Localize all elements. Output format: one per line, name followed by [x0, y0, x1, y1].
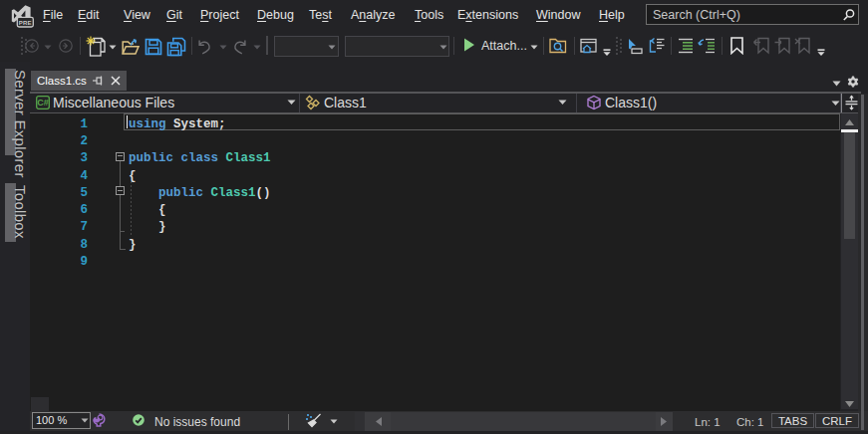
svg-text:PRE: PRE	[19, 20, 32, 26]
svg-text:C#: C#	[37, 98, 49, 108]
